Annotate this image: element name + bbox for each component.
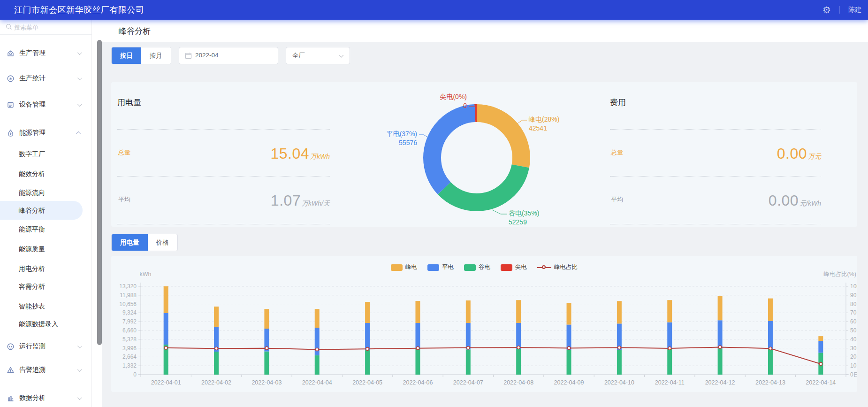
sidebar-item-energy-quality[interactable]: 能源质量 bbox=[0, 239, 83, 258]
company-title: 江门市新会区新华胶丝厂有限公司 bbox=[14, 4, 145, 15]
page-title-bar: 峰谷分析 bbox=[102, 20, 868, 42]
header-divider bbox=[839, 6, 840, 14]
scope-select[interactable]: 全厂 bbox=[286, 47, 350, 64]
chevron-down-icon bbox=[77, 50, 82, 55]
average-energy-value: 1.07万kWh/天 bbox=[189, 192, 330, 209]
sidebar-item-energy-balance[interactable]: 能源平衡 bbox=[0, 220, 83, 238]
svg-text:2022-04-05: 2022-04-05 bbox=[352, 379, 382, 386]
date-picker[interactable]: 2022-04 bbox=[179, 47, 278, 64]
svg-text:0日: 0日 bbox=[850, 371, 857, 378]
average-cost-value: 0.00元/kWh bbox=[680, 192, 821, 209]
search-input[interactable] bbox=[14, 22, 84, 33]
svg-text:10: 10 bbox=[850, 362, 857, 369]
sidebar-item-operation-monitor[interactable]: 运行监测 bbox=[0, 337, 92, 356]
sidebar-item-digital-factory[interactable]: 数字工厂 bbox=[0, 145, 83, 163]
page-title: 峰谷分析 bbox=[119, 26, 151, 37]
donut-label-valley: 谷电(35%)52259 bbox=[509, 209, 539, 227]
chevron-down-icon bbox=[77, 344, 82, 348]
stats-circle-icon bbox=[7, 75, 15, 83]
chevron-down-icon bbox=[77, 367, 82, 372]
sidebar-item-electricity-analysis[interactable]: 用电分析 bbox=[0, 259, 83, 278]
svg-text:3,996: 3,996 bbox=[122, 345, 137, 352]
svg-text:60: 60 bbox=[850, 318, 857, 325]
sidebar-item-peak-valley-analysis[interactable]: 峰谷分析 bbox=[0, 201, 83, 220]
total-cost-value: 0.00万元 bbox=[680, 145, 821, 162]
sidebar-item-energy-flow[interactable]: 能源流向 bbox=[0, 183, 83, 202]
svg-text:kWh: kWh bbox=[140, 271, 152, 277]
average-label: 平均 bbox=[611, 195, 623, 204]
energy-drop-icon bbox=[7, 129, 15, 137]
monitor-robot-icon bbox=[7, 343, 15, 351]
svg-text:5,328: 5,328 bbox=[122, 336, 137, 343]
menu-search bbox=[0, 20, 91, 35]
svg-text:0: 0 bbox=[133, 371, 137, 378]
svg-text:2022-04-12: 2022-04-12 bbox=[705, 379, 735, 386]
total-energy-value: 15.04万kWh bbox=[189, 145, 330, 162]
chart-card: 峰电 平电 谷电 尖电 峰电占比 13,32 bbox=[111, 256, 857, 392]
sidebar-item-production-mgmt[interactable]: 生产管理 bbox=[0, 44, 92, 62]
search-icon bbox=[6, 23, 12, 32]
cost-card-title: 费用 bbox=[610, 97, 626, 108]
filter-bar: 按日 按月 2022-04 全厂 bbox=[111, 47, 350, 64]
sidebar-item-capacity-demand[interactable]: 容需分析 bbox=[0, 277, 83, 296]
sidebar: 生产管理 生产统计 设备管理 能源 bbox=[0, 20, 102, 407]
chevron-down-icon bbox=[77, 102, 82, 107]
svg-text:40: 40 bbox=[850, 336, 857, 343]
svg-text:2022-04-06: 2022-04-06 bbox=[403, 379, 433, 386]
sidebar-item-alarm-trace[interactable]: 告警追溯 bbox=[0, 361, 92, 379]
svg-text:80: 80 bbox=[850, 301, 857, 307]
date-value: 2022-04 bbox=[195, 52, 219, 59]
donut-label-sharp: 尖电(0%)0 bbox=[440, 92, 467, 110]
chevron-down-icon bbox=[339, 53, 344, 58]
svg-text:2,664: 2,664 bbox=[122, 353, 137, 360]
main-content: 峰谷分析 按日 按月 2022-04 全厂 用电量 总量 bbox=[102, 20, 868, 407]
tab-price[interactable]: 价格 bbox=[148, 234, 177, 251]
top-header: 江门市新会区新华胶丝厂有限公司 ⚙ 陈建 bbox=[0, 0, 868, 20]
svg-text:50: 50 bbox=[850, 327, 857, 334]
svg-text:1,332: 1,332 bbox=[122, 362, 137, 369]
sidebar-item-energy-data-entry[interactable]: 能源数据录入 bbox=[0, 315, 83, 333]
energy-card-title: 用电量 bbox=[117, 97, 141, 108]
sidebar-item-production-stats[interactable]: 生产统计 bbox=[0, 69, 92, 88]
svg-text:30: 30 bbox=[850, 345, 857, 352]
app-root: 江门市新会区新华胶丝厂有限公司 ⚙ 陈建 生产管理 bbox=[0, 0, 868, 407]
sidebar-item-device-mgmt[interactable]: 设备管理 bbox=[0, 95, 92, 114]
device-list-icon bbox=[7, 101, 15, 109]
settings-gear-icon[interactable]: ⚙ bbox=[822, 4, 831, 15]
total-label: 总量 bbox=[611, 148, 623, 157]
stacked-bar-line-chart: 13,32011,98810,6569,3247,9926,6605,3283,… bbox=[111, 256, 857, 392]
scrollbar-thumb[interactable] bbox=[97, 40, 102, 345]
svg-text:90: 90 bbox=[850, 292, 857, 299]
by-day-button[interactable]: 按日 bbox=[112, 47, 141, 64]
sidebar-item-energy-mgmt[interactable]: 能源管理 bbox=[0, 123, 92, 142]
tab-energy[interactable]: 用电量 bbox=[112, 234, 148, 251]
sidebar-item-energy-efficiency[interactable]: 能效分析 bbox=[0, 164, 83, 183]
chevron-up-icon bbox=[76, 131, 81, 136]
svg-text:9,324: 9,324 bbox=[122, 309, 137, 316]
sidebar-item-data-analysis[interactable]: 数据分析 bbox=[0, 389, 92, 407]
chart-tabs: 用电量 价格 bbox=[111, 234, 178, 251]
scope-value: 全厂 bbox=[292, 52, 305, 60]
summary-card: 用电量 总量 15.04万kWh 平均 1.07万kWh/天 尖电(0%)0 bbox=[111, 82, 857, 227]
total-label: 总量 bbox=[118, 148, 130, 157]
calendar-icon bbox=[185, 52, 192, 61]
svg-text:峰电占比(%): 峰电占比(%) bbox=[824, 271, 856, 277]
svg-text:10,656: 10,656 bbox=[119, 301, 137, 307]
bar-chart-icon bbox=[7, 394, 15, 402]
svg-text:13,320: 13,320 bbox=[119, 283, 137, 290]
average-label: 平均 bbox=[118, 195, 130, 204]
svg-text:2022-04-09: 2022-04-09 bbox=[554, 379, 584, 386]
user-name[interactable]: 陈建 bbox=[848, 6, 861, 14]
svg-text:11,988: 11,988 bbox=[120, 292, 137, 299]
svg-text:2022-04-14: 2022-04-14 bbox=[806, 379, 836, 386]
donut-label-peak: 峰电(28%)42541 bbox=[529, 115, 559, 133]
sidebar-item-smart-meter[interactable]: 智能抄表 bbox=[0, 297, 83, 315]
svg-text:6,660: 6,660 bbox=[122, 327, 137, 334]
by-month-button[interactable]: 按月 bbox=[141, 47, 171, 64]
svg-text:2022-04-10: 2022-04-10 bbox=[604, 379, 634, 386]
chevron-down-icon bbox=[77, 395, 82, 400]
svg-text:7,992: 7,992 bbox=[122, 318, 137, 325]
svg-text:2022-04-04: 2022-04-04 bbox=[302, 379, 332, 386]
svg-text:2022-04-07: 2022-04-07 bbox=[453, 379, 483, 386]
svg-text:2022-04-11: 2022-04-11 bbox=[655, 379, 685, 386]
